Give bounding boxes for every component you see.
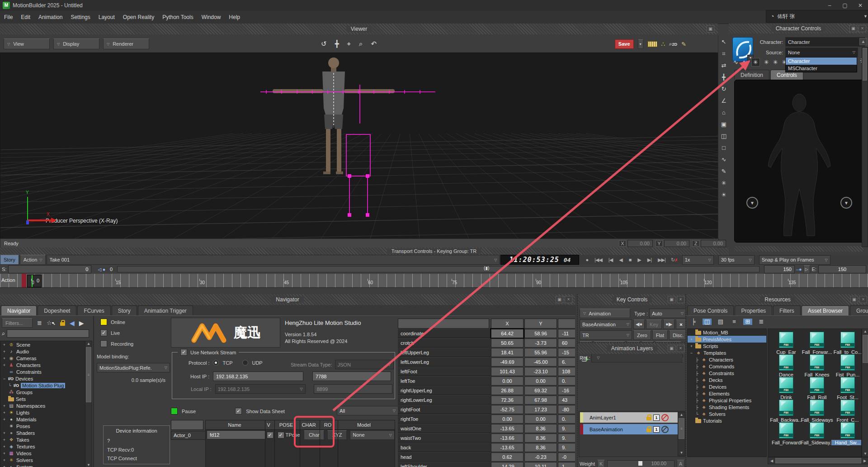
prev-character-button[interactable]: ▼ — [746, 197, 758, 209]
minimize-button[interactable]: – — [822, 0, 837, 10]
speed-selector[interactable]: 1x — [682, 255, 714, 265]
snap-mode-selector[interactable]: Snap & Play on Frames — [759, 255, 830, 265]
show-datasheet-checkbox[interactable] — [235, 408, 242, 415]
wide-view-icon[interactable]: ▤ — [716, 319, 725, 325]
character-representation[interactable]: ▼ ▼ — [734, 80, 864, 243]
cube-icon[interactable]: □ — [719, 145, 728, 151]
scene-tree[interactable]: + ♔ Scene + ♪ Audio + ◉ Cameras + ♟ Char… — [0, 341, 86, 467]
expander-icon[interactable]: + — [2, 465, 6, 467]
layer-solo-icon[interactable]: 1 — [653, 415, 660, 421]
dropdown-option[interactable]: Character — [786, 57, 857, 65]
next-character-button[interactable]: ▼ — [840, 197, 852, 209]
expander-icon[interactable]: ├ — [695, 405, 699, 410]
asterisk-icon[interactable]: ✳ — [719, 180, 728, 186]
fps-selector[interactable]: 30 fps — [718, 255, 755, 265]
move-icon[interactable]: ╋ — [719, 74, 728, 81]
asset-item[interactable]: Fall_to_Co... — [831, 332, 862, 355]
datasheet-row[interactable]: rightLowerLeg 72.36 67.98 43 — [397, 395, 575, 405]
asset-grid[interactable]: Cup_Ear Fall_Forwar... Fall_to_Co... Dan… — [768, 329, 862, 457]
orbit-icon[interactable]: ↺ — [321, 40, 327, 48]
curve-icon[interactable]: ∿ — [719, 157, 728, 163]
go-end-button[interactable]: ▶▶| — [658, 257, 665, 263]
cc-scrollbar[interactable] — [862, 47, 868, 247]
column-z-header[interactable] — [558, 319, 575, 329]
go-start-button[interactable]: |◀◀ — [594, 257, 602, 263]
layer-selector[interactable]: BaseAnimation — [580, 319, 632, 329]
expander-icon[interactable]: + — [2, 438, 6, 442]
expander-icon[interactable]: + — [2, 404, 6, 408]
disc-button[interactable]: Disc. — [669, 330, 687, 340]
actor-name-input[interactable]: fd12 — [207, 430, 265, 439]
weight-key-button[interactable]: K — [597, 460, 605, 467]
translate-icon[interactable]: ⇄ — [719, 62, 728, 69]
angle-snap-icon[interactable]: ∠ — [719, 98, 728, 104]
layer-animlayer1[interactable]: AnimLayer1 1 — [580, 412, 679, 423]
range-end-field[interactable]: 150 — [764, 265, 795, 273]
asset-item[interactable]: Fall_Backwa... — [770, 400, 802, 423]
detail-view-icon[interactable]: ≣ — [757, 319, 766, 325]
expander-icon[interactable]: ├ — [695, 378, 699, 382]
expander-icon[interactable]: + — [2, 417, 6, 422]
loop-off-icon[interactable]: ↻✗ — [671, 257, 678, 263]
viewport-3d[interactable]: Producer Perspective (X-Ray) Y X — [0, 52, 719, 239]
datasheet-row[interactable]: rightUpperLeg 26.88 69.32 -16 — [397, 386, 575, 395]
live-checkbox[interactable] — [100, 329, 107, 336]
rig-icon[interactable]: ✳ — [773, 59, 778, 66]
dolly-icon[interactable]: ⌖ — [347, 40, 351, 48]
play-reverse-button[interactable]: ◀ — [619, 257, 622, 263]
close-button[interactable]: ✕ — [853, 0, 868, 10]
datasheet-row[interactable]: leftFoot 101.43 -23.10 108 — [397, 367, 575, 376]
datasheet-row[interactable]: head 0.62 -0.23 -0 — [397, 452, 575, 462]
zero-button[interactable]: Zero — [633, 330, 651, 340]
asset-item[interactable]: Hand_Sw... — [831, 422, 862, 445]
tcp-radio[interactable] — [213, 360, 219, 366]
back-arrow-icon[interactable]: ◀ — [70, 319, 75, 327]
filters-button[interactable]: Filters... — [2, 318, 33, 328]
play-button[interactable]: ▶ — [637, 257, 641, 263]
expander-icon[interactable]: └ — [695, 412, 699, 416]
weight-auto-button[interactable]: A — [677, 460, 684, 467]
model-binding-selector[interactable]: MotionStudioPlug:Refe. — [97, 363, 170, 372]
pause-indicator[interactable] — [171, 408, 178, 415]
actor-filter-selector[interactable]: All — [337, 406, 398, 415]
layer-scrollbar[interactable]: ▲≡ ▼ — [678, 412, 685, 456]
datasheet-row[interactable]: rightToe 0.00 0.00 0. — [397, 414, 575, 424]
column-y-header[interactable]: Y — [524, 319, 557, 329]
asset-item[interactable]: Fall_Forward — [770, 422, 802, 445]
zoom-icon[interactable]: ⌕ — [359, 40, 363, 48]
search-input[interactable] — [7, 329, 89, 338]
expander-icon[interactable]: + — [689, 344, 693, 348]
datasheet-row[interactable]: back -13.65 8.36 9. — [397, 443, 575, 452]
datasheet-row[interactable]: waistTwo -13.66 8.36 9. — [397, 433, 575, 443]
select-icon[interactable]: ↖ — [719, 39, 728, 45]
dropdown-option[interactable]: MSCharacter — [786, 65, 857, 72]
type-selector[interactable]: Auto — [649, 309, 686, 318]
al-float-icon[interactable]: ▣ — [668, 345, 675, 352]
save-options-button[interactable]: ▾ — [638, 39, 643, 49]
viewer-pane-header[interactable]: Viewer ▣ — [0, 24, 718, 34]
column-x-header[interactable]: X — [491, 319, 524, 329]
source-selector[interactable]: None — [785, 48, 858, 57]
source-dropdown-list[interactable]: CharacterMSCharacter — [785, 57, 857, 72]
layer-baseanimation[interactable]: BaseAnimation 1 — [580, 424, 679, 434]
datasheet-row[interactable]: leftShoulder -14.29 10.11 1 — [397, 462, 575, 467]
skeleton-icon[interactable]: ✳ — [764, 59, 769, 66]
range-next-button[interactable]: ▷ — [803, 265, 810, 273]
kc-close-icon[interactable]: × — [677, 296, 684, 303]
stop-button[interactable]: ■ — [629, 257, 632, 262]
user-account-chip[interactable]: ◔ 佑轩 张 ▼ — [766, 10, 868, 23]
lock-icon[interactable] — [60, 322, 65, 326]
weight-slider[interactable]: 100.00 — [607, 460, 674, 467]
list-view-icon[interactable]: ≡ — [730, 319, 739, 325]
expander-icon[interactable]: + — [2, 451, 6, 456]
asset-scrollbar-h[interactable]: ◀ ▶ — [768, 457, 868, 464]
action-mode-button[interactable]: Action▽ — [20, 255, 46, 265]
asset-item[interactable]: Fist_Pun... — [831, 354, 862, 377]
pen-icon[interactable]: ✎ — [719, 168, 728, 175]
frame-slider[interactable]: (▮) — [117, 266, 760, 272]
display-menu-button[interactable]: ▽Display — [53, 38, 99, 49]
keyframe-dots-icon[interactable]: ∴ — [661, 41, 665, 48]
record-button[interactable]: ● — [585, 257, 588, 262]
rotate-icon[interactable]: ↻ — [719, 86, 728, 92]
save-button[interactable]: Save — [615, 39, 634, 49]
